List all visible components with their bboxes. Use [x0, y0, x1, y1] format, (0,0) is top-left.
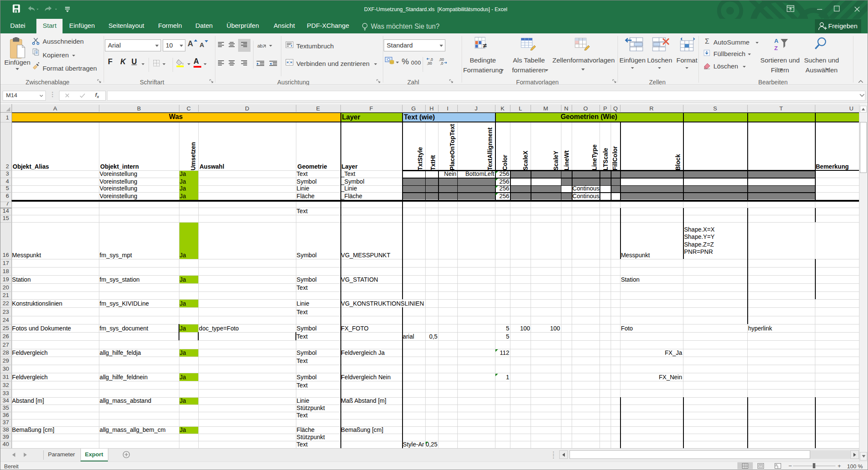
svg-text:,00: ,00	[427, 61, 432, 65]
svg-text:,0: ,0	[440, 61, 443, 65]
svg-text:Z: Z	[774, 45, 778, 51]
svg-text:A: A	[774, 38, 779, 44]
svg-text:≠: ≠	[483, 42, 487, 49]
svg-text:ab: ab	[257, 43, 262, 48]
